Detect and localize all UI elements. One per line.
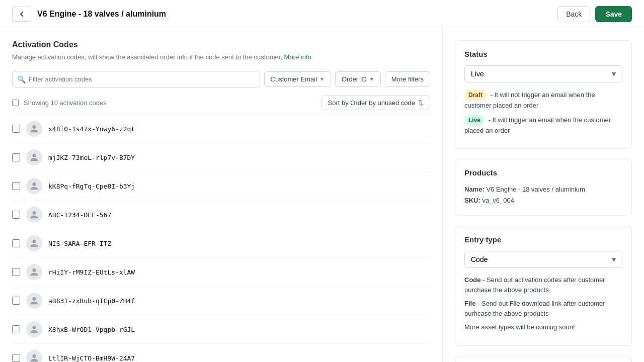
chevron-down-icon: ▼ xyxy=(369,76,374,82)
live-info: Live - It will trigger an email when the… xyxy=(464,115,622,136)
activation-code: X8hxB-WrQD1-Vpgpb-rGJL xyxy=(48,326,135,333)
row-checkbox[interactable] xyxy=(12,325,20,333)
right-panel: Status Live Draft ▼ Draft - It will not … xyxy=(443,28,644,362)
products-card-title: Products xyxy=(464,168,622,177)
top-bar: V6 Engine - 18 valves / aluminium Back S… xyxy=(0,0,644,28)
search-icon: 🔍 xyxy=(17,75,26,83)
product-sku: SKU: va_v6_004 xyxy=(464,195,622,206)
avatar xyxy=(26,121,42,137)
activation-code: rHiIY-rM9IZ-EUtLs-xlAW xyxy=(48,268,135,276)
product-info: Name: V6 Engine - 18 valves / aluminium … xyxy=(464,184,622,206)
code-list: x48i0-1s47x-Yuwy6-z2qt mjJKZ-73meL-rlp7v… xyxy=(12,114,430,362)
status-card-title: Status xyxy=(464,50,622,58)
activation-code: ABC-1234-DEF-567 xyxy=(48,211,111,219)
row-checkbox[interactable] xyxy=(12,125,20,133)
draft-info: Draft - It will not trigger an email whe… xyxy=(464,89,622,111)
user-icon xyxy=(30,325,39,334)
activation-code: NIS-SARA-EFR-ITZ xyxy=(48,240,111,247)
status-select[interactable]: Live Draft xyxy=(464,65,622,82)
avatar xyxy=(26,178,42,194)
activation-code: kK8Pq-fRgTq-Cpe8I-b3Yj xyxy=(48,183,135,190)
coming-soon-text: More asset types will be coming soon! xyxy=(464,322,622,332)
table-row: rHiIY-rM9IZ-EUtLs-xlAW xyxy=(12,257,430,286)
table-row: ABC-1234-DEF-567 xyxy=(12,200,430,229)
live-badge: Live xyxy=(464,115,485,126)
chevron-down-icon: ▼ xyxy=(319,76,325,82)
select-all-checkbox[interactable] xyxy=(12,100,19,106)
auto-claim-card: Auto Claim Enable - Automatically send o… xyxy=(455,356,632,362)
file-info: File - Send out File download link after… xyxy=(464,299,622,318)
showing-count: Showing 10 activation codes xyxy=(24,99,107,107)
user-icon xyxy=(30,239,39,248)
customer-email-filter[interactable]: Customer Email ▼ xyxy=(264,71,331,87)
page-title: V6 Engine - 18 valves / aluminium xyxy=(37,10,166,19)
draft-badge: Draft xyxy=(464,89,487,101)
table-row: mjJKZ-73meL-rlp7v-B7DY xyxy=(12,143,430,171)
status-select-wrap: Live Draft ▼ xyxy=(464,65,622,82)
order-id-filter[interactable]: Order ID ▼ xyxy=(335,71,381,87)
sort-icon: ⇅ xyxy=(418,99,424,107)
activation-code: x48i0-1s47x-Yuwy6-z2qt xyxy=(48,125,135,133)
section-title: Activation Codes xyxy=(12,40,430,49)
row-checkbox[interactable] xyxy=(12,182,20,190)
row-checkbox[interactable] xyxy=(12,354,20,362)
row-checkbox[interactable] xyxy=(12,153,20,161)
status-card: Status Live Draft ▼ Draft - It will not … xyxy=(455,40,632,149)
user-icon xyxy=(30,296,39,305)
list-header: Showing 10 activation codes Sort by Orde… xyxy=(12,96,430,110)
entry-type-select-wrap: Code File ▼ xyxy=(464,251,622,268)
avatar xyxy=(26,264,42,280)
activation-code: aB831-zxBub-qICp0-ZH4f xyxy=(48,297,135,305)
activation-code: LtlIR-WjCTO-BmH9W-24A7 xyxy=(48,354,135,362)
user-icon xyxy=(30,267,39,277)
save-button[interactable]: Save xyxy=(595,6,632,22)
top-bar-left: V6 Engine - 18 valves / aluminium xyxy=(12,7,166,22)
table-row: kK8Pq-fRgTq-Cpe8I-b3Yj xyxy=(12,171,430,200)
entry-info: Code - Send out activation codes after c… xyxy=(464,275,622,332)
table-row: X8hxB-WrQD1-Vpgpb-rGJL xyxy=(12,315,430,343)
more-info-link[interactable]: More info xyxy=(284,53,311,61)
product-name: Name: V6 Engine - 18 valves / aluminium xyxy=(464,184,622,195)
table-row: LtlIR-WjCTO-BmH9W-24A7 xyxy=(12,343,430,362)
search-wrap: 🔍 xyxy=(12,71,260,87)
products-card: Products Name: V6 Engine - 18 valves / a… xyxy=(455,159,632,216)
avatar xyxy=(26,149,42,165)
row-checkbox[interactable] xyxy=(12,297,20,305)
sort-button[interactable]: Sort by Order by unused code ⇅ xyxy=(321,96,430,110)
main-layout: Activation Codes Manage activation codes… xyxy=(0,28,644,362)
user-icon xyxy=(30,153,39,162)
arrow-left-icon xyxy=(18,10,26,18)
activation-code: mjJKZ-73meL-rlp7v-B7DY xyxy=(48,154,135,161)
filters-row: 🔍 Customer Email ▼ Order ID ▼ More filte… xyxy=(12,71,430,87)
entry-type-card-title: Entry type xyxy=(464,235,622,244)
table-row: x48i0-1s47x-Yuwy6-z2qt xyxy=(12,114,430,143)
user-icon xyxy=(30,210,39,219)
avatar xyxy=(26,321,42,337)
top-bar-right: Back Save xyxy=(557,6,632,22)
back-icon-button[interactable] xyxy=(12,7,31,22)
search-input[interactable] xyxy=(12,71,260,87)
avatar xyxy=(26,350,42,362)
avatar xyxy=(26,207,42,223)
avatar xyxy=(26,293,42,309)
table-row: aB831-zxBub-qICp0-ZH4f xyxy=(12,286,430,315)
more-filters-button[interactable]: More filters xyxy=(385,71,430,87)
table-row: NIS-SARA-EFR-ITZ xyxy=(12,229,430,257)
row-checkbox[interactable] xyxy=(12,211,20,219)
avatar xyxy=(26,235,42,251)
user-icon xyxy=(30,182,39,191)
status-info: Draft - It will not trigger an email whe… xyxy=(464,89,622,135)
entry-type-select[interactable]: Code File xyxy=(464,251,622,268)
back-button[interactable]: Back xyxy=(557,6,590,22)
left-panel: Activation Codes Manage activation codes… xyxy=(0,28,443,362)
row-checkbox[interactable] xyxy=(12,239,20,247)
entry-type-card: Entry type Code File ▼ Code - Send out a… xyxy=(455,226,632,346)
user-icon xyxy=(30,353,39,362)
row-checkbox[interactable] xyxy=(12,268,20,276)
user-icon xyxy=(30,124,39,133)
section-desc: Manage activation codes, will show the a… xyxy=(12,53,430,61)
code-info: Code - Send out activation codes after c… xyxy=(464,275,622,295)
